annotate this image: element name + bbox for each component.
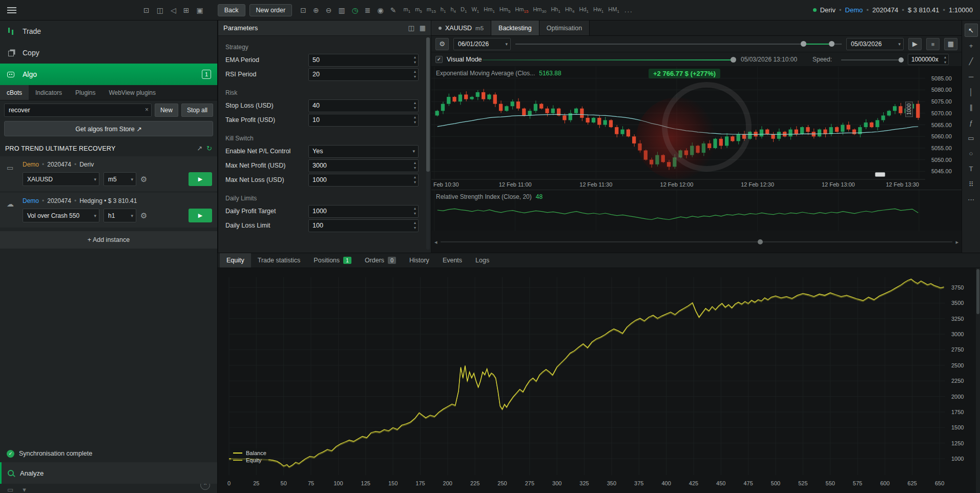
share-icon[interactable]: ↗ — [197, 145, 202, 152]
start-bot-button[interactable]: ▶ — [189, 172, 212, 186]
fullscreen-icon[interactable]: ⊡ — [143, 6, 150, 14]
spinner[interactable]: ▴▾ — [944, 55, 946, 65]
zoom-in-icon[interactable]: ⊕ — [313, 6, 319, 14]
monitor-icon[interactable]: ▭ — [7, 486, 13, 493]
menu-icon[interactable] — [7, 7, 16, 13]
crosshair-icon[interactable]: + — [965, 39, 978, 52]
add-instance-button[interactable]: + Add instance — [0, 231, 217, 249]
scrollbar-track[interactable] — [441, 241, 953, 242]
visual-mode-checkbox[interactable]: ✓ — [435, 56, 443, 63]
tab-events[interactable]: Events — [436, 253, 469, 268]
clear-search-icon[interactable]: × — [145, 106, 149, 113]
horizontal-line-icon[interactable]: ─ — [965, 70, 978, 83]
scroll-up-button[interactable]: ^ — [200, 484, 210, 490]
tab-backtesting[interactable]: Backtesting — [491, 20, 539, 35]
pattern-icon[interactable]: ⠿ — [965, 177, 978, 191]
bottom-vertical-scrollbar[interactable] — [976, 268, 980, 493]
ema-period-input[interactable]: 50 ▴▾ — [308, 54, 419, 67]
ellipse-icon[interactable]: ○ — [965, 147, 978, 160]
rsi-panel[interactable]: Relative Strength Index (Close, 20) 48 — [431, 190, 962, 231]
rectangle-icon[interactable]: ▭ — [965, 131, 978, 145]
timeframe-Hm30[interactable]: Hm30 — [533, 6, 546, 14]
tab-trade-statistics[interactable]: Trade statistics — [251, 253, 307, 268]
tab-equity[interactable]: Equity — [220, 253, 251, 268]
tab-orders[interactable]: Orders 0 — [358, 253, 403, 268]
report-icon[interactable]: ▦ — [420, 24, 426, 32]
tab-optimisation[interactable]: Optimisation — [539, 20, 590, 35]
tab-symbol-chart[interactable]: XAUUSD m5 — [431, 20, 491, 35]
tab-webview-plugins[interactable]: WebView plugins — [102, 85, 162, 100]
more-tools-icon[interactable]: ⋯ — [965, 193, 978, 206]
gear-icon[interactable]: ⚙ — [140, 175, 147, 184]
timeframe-select[interactable]: h1 ▾ — [103, 209, 136, 222]
spinner[interactable]: ▴▾ — [414, 69, 416, 79]
start-bot-button[interactable]: ▶ — [189, 209, 212, 222]
pointer-icon[interactable]: ↖ — [965, 24, 978, 37]
vertical-line-icon[interactable]: │ — [965, 85, 978, 98]
chart-search-icon[interactable]: ▥ — [338, 6, 345, 14]
rsi-indicator-label[interactable]: Relative Strength Index (Close, 20) 48 — [436, 193, 543, 200]
timeframe-W1[interactable]: W1 — [471, 6, 479, 14]
tab-positions[interactable]: Positions 1 — [307, 253, 358, 268]
spinner[interactable]: ▴▾ — [414, 115, 416, 125]
timeframe-m1[interactable]: m1 — [404, 6, 411, 14]
chart-object-marker[interactable] — [875, 172, 885, 177]
speed-value-select[interactable]: 1000000x ▴▾ — [908, 54, 949, 65]
search-input[interactable] — [4, 104, 152, 117]
timeframe-Hh1[interactable]: Hh1 — [551, 6, 560, 14]
timeframe-HM1[interactable]: HM1 — [608, 6, 619, 14]
account-info[interactable]: Deriv • Demo • 2020474 • $ 3 810.41 • 1:… — [813, 6, 973, 14]
tab-cbots[interactable]: cBots — [0, 85, 29, 100]
text-tool-icon[interactable]: T — [965, 162, 978, 175]
spinner[interactable]: ▴▾ — [414, 175, 416, 185]
take-profit-input[interactable]: 10 ▴▾ — [308, 114, 419, 127]
symbol-select[interactable]: XAUUSD ▾ — [23, 172, 99, 186]
symbol-select[interactable]: Vol over Crash 550 ▾ — [23, 209, 99, 222]
equity-chart[interactable]: 1000125015001750200022502500275030003250… — [218, 268, 980, 493]
more-timeframes-icon[interactable]: ... — [624, 6, 633, 14]
export-icon[interactable]: ◫ — [408, 24, 414, 32]
timeframe-Hw1[interactable]: Hw1 — [593, 6, 603, 14]
slider-handle-end[interactable] — [829, 41, 835, 47]
timeframe-m15[interactable]: m15 — [427, 6, 436, 14]
cbot-header[interactable]: PRO TREND ULTIMATE RECOVERY ↗ ↻ — [0, 140, 217, 156]
backtest-report-button[interactable]: ▦ — [944, 38, 957, 50]
new-cbot-button[interactable]: New — [155, 104, 178, 117]
scroll-left-icon[interactable]: ◂ — [434, 239, 437, 245]
layout-icon[interactable]: ▣ — [196, 6, 203, 14]
scrollbar-thumb[interactable] — [976, 269, 979, 314]
timeframe-h1[interactable]: h1 — [441, 6, 446, 14]
sidebar-item-algo[interactable]: Algo 1 — [0, 64, 217, 85]
stop-backtest-button[interactable]: ■ — [926, 38, 940, 50]
scroll-right-icon[interactable]: ▸ — [955, 239, 958, 245]
timeframe-Hm1[interactable]: Hm1 — [484, 6, 495, 14]
bot-instance-1[interactable]: ▭ Demo • 2020474 • Deriv XAUUSD ▾ m5 ▾ ⚙… — [0, 156, 217, 191]
timeframe-Hm5[interactable]: Hm5 — [499, 6, 511, 14]
rsi-period-input[interactable]: 20 ▴▾ — [308, 68, 419, 81]
ema-indicator-label[interactable]: Exponential Moving Average (Clos... 5163… — [436, 70, 561, 77]
timeframe-m5[interactable]: m5 — [415, 6, 422, 14]
back-button[interactable]: Back — [218, 4, 245, 16]
max-net-profit-input[interactable]: 3000 ▴▾ — [308, 159, 419, 172]
chart-edit-icon[interactable]: ✎ — [390, 6, 397, 14]
scrollbar-thumb[interactable] — [758, 239, 763, 244]
apps-grid-icon[interactable]: ⊞ — [183, 6, 190, 14]
zoom-out-icon[interactable]: ⊖ — [326, 6, 332, 14]
spinner[interactable]: ▴▾ — [414, 55, 416, 65]
windows-icon[interactable]: ◫ — [157, 6, 163, 14]
spinner[interactable]: ▴▾ — [414, 206, 416, 216]
timeframe-D1[interactable]: D1 — [461, 6, 467, 14]
sidebar-item-trade[interactable]: Trade — [0, 20, 217, 42]
parameters-header[interactable]: Parameters ◫ ▦ — [218, 20, 431, 36]
chart-horizontal-scrollbar[interactable]: ◂ ▸ — [431, 236, 962, 248]
tab-indicators[interactable]: Indicators — [29, 85, 69, 100]
daily-profit-target-input[interactable]: 1000 ▴▾ — [308, 205, 419, 218]
max-net-loss-input[interactable]: 1000 ▴▾ — [308, 174, 419, 187]
backtest-progress-handle[interactable] — [731, 57, 736, 63]
equidistant-channel-icon[interactable]: ∥ — [965, 100, 978, 114]
parameters-scrollbar[interactable] — [426, 37, 430, 250]
eye-icon[interactable]: ◉ — [378, 6, 384, 14]
get-algos-from-store-button[interactable]: Get algos from Store ↗ — [4, 121, 213, 136]
gear-icon[interactable]: ⚙ — [140, 211, 147, 220]
spinner[interactable]: ▴▾ — [414, 160, 416, 171]
